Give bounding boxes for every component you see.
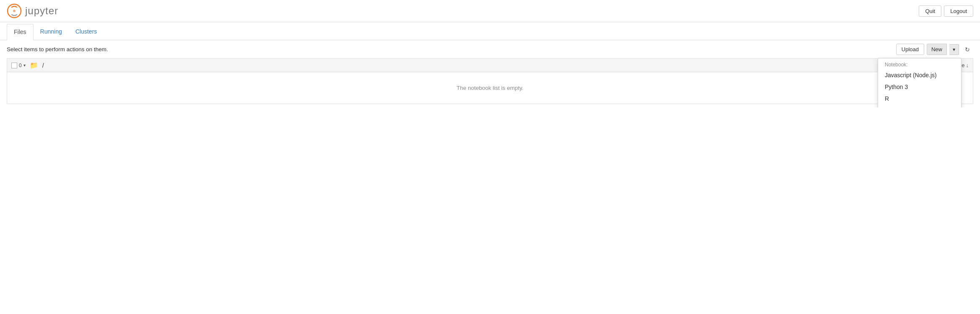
- jupyter-logo-icon: [7, 3, 22, 18]
- file-list-header: 0 ▾ 📁 / Name ↓: [7, 58, 973, 72]
- action-text: Select items to perform actions on them.: [7, 46, 108, 52]
- dropdown-item-python3[interactable]: Python 3: [878, 81, 961, 93]
- toolbar-right: Upload New ▾ ↻ Notebook: Javascript (Nod…: [896, 44, 973, 55]
- folder-icon: 📁: [30, 61, 38, 69]
- dropdown-item-r[interactable]: R: [878, 93, 961, 105]
- checkbox-area: 0 ▾: [11, 63, 26, 68]
- selected-count: 0: [19, 63, 22, 68]
- tab-clusters[interactable]: Clusters: [69, 24, 104, 40]
- tabs-bar: Files Running Clusters: [0, 24, 980, 40]
- logo-area: jupyter: [7, 3, 58, 18]
- app-title: jupyter: [25, 5, 58, 17]
- content-area: Select items to perform actions on them.…: [0, 40, 980, 107]
- tab-files[interactable]: Files: [7, 24, 34, 40]
- svg-point-1: [13, 10, 16, 12]
- dropdown-item-spylon[interactable]: spylon-kernel: [878, 105, 961, 107]
- notebook-section-label: Notebook:: [878, 58, 961, 69]
- breadcrumb: /: [42, 62, 44, 69]
- quit-button[interactable]: Quit: [919, 5, 941, 17]
- new-dropdown-menu: Notebook: Javascript (Node.js) Python 3 …: [878, 58, 962, 107]
- logout-button[interactable]: Logout: [944, 5, 973, 17]
- new-button[interactable]: New: [927, 44, 947, 55]
- select-dropdown-arrow[interactable]: ▾: [23, 63, 26, 68]
- select-all-checkbox[interactable]: [11, 63, 17, 68]
- new-dropdown-button[interactable]: ▾: [949, 44, 959, 55]
- upload-button[interactable]: Upload: [896, 44, 924, 55]
- empty-message: The notebook list is empty.: [456, 85, 524, 91]
- tab-running[interactable]: Running: [34, 24, 69, 40]
- header: jupyter Quit Logout: [0, 0, 980, 22]
- dropdown-item-javascript[interactable]: Javascript (Node.js): [878, 69, 961, 81]
- header-buttons: Quit Logout: [919, 5, 973, 17]
- action-bar: Select items to perform actions on them.…: [7, 44, 973, 55]
- empty-state: The notebook list is empty.: [7, 72, 973, 104]
- refresh-button[interactable]: ↻: [962, 44, 973, 55]
